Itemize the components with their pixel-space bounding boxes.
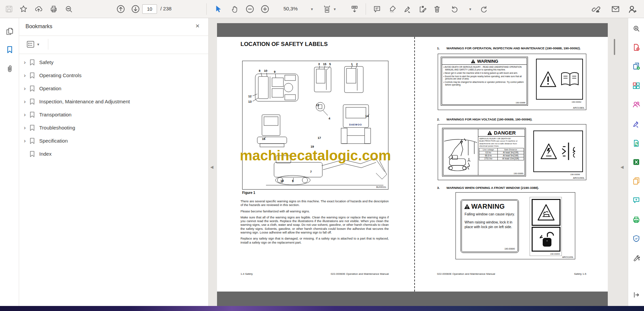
paragraph: Replace any safety sign that is damaged,… (240, 237, 389, 245)
bookmark-item[interactable]: › Inspection, Maintenance and Adjustment (19, 95, 209, 108)
figure-code: BU00011L (376, 186, 386, 188)
warning-triangle-icon (464, 204, 470, 209)
star-button[interactable] (18, 4, 29, 14)
bookmark-item[interactable]: › Safety (19, 56, 209, 69)
add-person-button[interactable] (627, 4, 638, 14)
page-number-input[interactable] (142, 4, 157, 14)
bookmark-item[interactable]: › Transportation (19, 108, 209, 121)
fit-width-button[interactable] (322, 4, 332, 14)
zoom-out-button[interactable] (245, 4, 255, 14)
bookmark-icon (29, 111, 35, 118)
email-button[interactable] (610, 4, 621, 14)
collapse-left-panel-icon[interactable]: ◀ (210, 165, 213, 169)
print-button[interactable] (48, 4, 59, 14)
zoom-caret-icon[interactable]: ▼ (310, 7, 314, 11)
right-tools-rail (628, 18, 644, 306)
export-excel-button[interactable] (632, 158, 641, 166)
page-down-icon (131, 4, 140, 14)
protect-pdf-button[interactable] (632, 234, 641, 243)
excavator-diagram (243, 61, 388, 189)
crush-hazard-triangle-icon (536, 203, 556, 221)
figure-caption: Figure 1 (242, 191, 255, 195)
undo-button[interactable] (449, 4, 460, 14)
section-heading-text: WARNINGS FOR HIGH VOLTAGE (190-00689, 19… (446, 117, 532, 121)
fill-sign-button[interactable] (632, 119, 641, 128)
search-icon (64, 5, 73, 13)
page-thumbnails-button[interactable] (5, 26, 15, 36)
hand-tool-icon (230, 5, 239, 13)
safe-distance-cell: At least 3m(10ft) (497, 151, 524, 154)
convert-pdf-button[interactable] (632, 139, 641, 148)
bookmark-options-button[interactable]: ▼ (26, 39, 44, 50)
search-tools-button[interactable] (632, 24, 641, 33)
more-tools-button[interactable] (632, 254, 641, 262)
figure-callout-number: 2 (356, 62, 358, 66)
table-header: Line voltage (479, 148, 498, 151)
label-code: 190-00690 (504, 248, 515, 250)
search-button[interactable] (63, 4, 74, 14)
zoom-in-button[interactable] (260, 4, 270, 14)
scroll-mode-button[interactable] (349, 4, 360, 14)
chevron-right-icon[interactable]: › (19, 85, 29, 92)
table-row: 66.6 kv At least 5m(16ft) (479, 154, 524, 157)
copy-pages-button[interactable] (632, 176, 641, 185)
save-button[interactable] (4, 4, 14, 14)
close-panel-button[interactable]: × (196, 22, 200, 29)
select-tool-button[interactable] (213, 4, 223, 14)
body-paragraphs: There are several specific warning signs… (240, 200, 389, 247)
bookmark-item[interactable]: › Index (19, 147, 209, 160)
bookmark-label: Specification (39, 138, 68, 144)
next-page-button[interactable] (130, 4, 141, 14)
comments-button[interactable] (632, 196, 641, 205)
sign-button[interactable] (402, 4, 413, 14)
scan-print-button[interactable] (632, 215, 641, 224)
vertical-scrollbar[interactable] (614, 39, 615, 55)
share-link-button[interactable] (591, 4, 601, 14)
scroll-mode-icon (350, 5, 359, 13)
bookmark-item[interactable]: › Operation (19, 82, 209, 95)
bookmark-icon (29, 98, 35, 105)
page-title: LOCATION OF SAFETY LABELS (240, 41, 328, 48)
organize-pages-button[interactable] (632, 81, 641, 90)
redo-button[interactable] (479, 4, 489, 14)
section-2-heading: 2.WARNINGS FOR HIGH VOLTAGE (190-00689, … (437, 117, 588, 121)
edit-page-button[interactable] (417, 4, 428, 14)
highlight-button[interactable] (387, 4, 398, 14)
chevron-right-icon[interactable]: › (19, 98, 29, 105)
collapse-right-panel-icon[interactable]: ◀ (621, 165, 624, 169)
danger-triangle-icon (487, 131, 492, 135)
share-users-button[interactable] (632, 100, 641, 109)
pictogram-code: 190-00093 (550, 253, 560, 255)
zoom-level[interactable]: 50,3% (283, 6, 298, 11)
combine-files-button[interactable] (632, 62, 641, 70)
document-area[interactable]: ◀ ◀ LOCATION OF SAFETY LABELS (209, 18, 628, 306)
chevron-right-icon[interactable]: › (19, 59, 29, 66)
previous-page-button[interactable] (115, 4, 126, 14)
chevron-right-icon[interactable]: › (19, 138, 29, 144)
bookmark-item[interactable]: › Specification (19, 134, 209, 147)
fit-caret-icon[interactable]: ▼ (333, 7, 336, 11)
upload-button[interactable] (33, 4, 44, 14)
chevron-right-icon[interactable]: › (19, 72, 29, 79)
bookmark-item[interactable]: › Troubleshooting (19, 121, 209, 134)
chevron-right-icon[interactable]: › (19, 124, 29, 131)
bookmarks-button[interactable] (5, 45, 15, 55)
bookmark-item[interactable]: › Operating Controls (19, 69, 209, 82)
upload-cloud-icon (34, 5, 43, 13)
create-pdf-button[interactable] (632, 43, 641, 52)
comment-button[interactable] (372, 4, 382, 14)
pictogram-code: 190-00096 (570, 173, 580, 175)
danger-header: DANGER (478, 129, 525, 137)
chevron-right-icon[interactable]: › (19, 111, 29, 118)
delete-button[interactable] (432, 4, 442, 14)
redo-caret-icon[interactable]: ▼ (469, 7, 472, 11)
warning-pictograms-1 (536, 59, 583, 100)
attachments-button[interactable] (5, 64, 15, 74)
section-heading-text: WARNINGS FOR OPERATION, INSPECTION AND M… (446, 46, 581, 50)
hand-tool-button[interactable] (229, 4, 240, 14)
figure-callout-number: 1 (351, 62, 353, 66)
pdf-viewer-app: / 238 50,3% ▼ ▼ ▼ (0, 0, 644, 311)
expand-rail-button[interactable] (632, 291, 641, 299)
organize-pages-icon (632, 82, 640, 90)
warning-line: Falling window can cause injury. (465, 212, 515, 216)
